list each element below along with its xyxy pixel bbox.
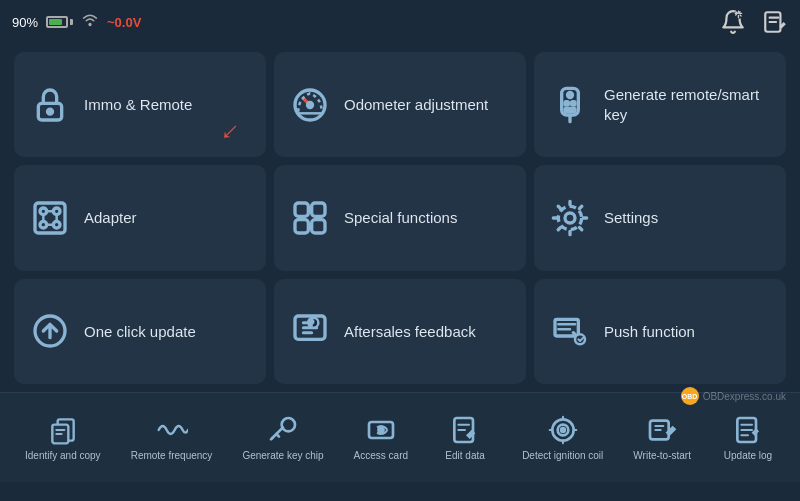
svg-point-21 <box>558 206 581 229</box>
svg-point-36 <box>561 428 565 432</box>
edit-icon <box>762 9 788 35</box>
card-odometer[interactable]: Odometer adjustment <box>274 52 526 157</box>
toolbar-detect-ignition-coil-label: Detect ignition coil <box>522 450 603 462</box>
svg-point-14 <box>40 221 47 228</box>
toolbar-identify-copy[interactable]: Identify and copy <box>17 410 109 466</box>
svg-rect-11 <box>35 203 65 233</box>
status-bar: 90% ~0.0V <box>0 0 800 44</box>
write-key-icon <box>646 414 678 446</box>
toolbar-remote-frequency[interactable]: Remote frequency <box>123 410 221 466</box>
card-aftersales-feedback[interactable]: ? Aftersales feedback <box>274 279 526 384</box>
card-special-functions-label: Special functions <box>344 208 457 228</box>
wifi-icon <box>81 13 99 31</box>
svg-rect-10 <box>565 108 575 111</box>
watermark: OBD OBDexpress.co.uk <box>681 387 786 405</box>
svg-point-7 <box>568 92 573 97</box>
toolbar-edit-data[interactable]: Edit data <box>430 410 500 466</box>
lock-icon <box>30 85 70 125</box>
voltage-display: ~0.0V <box>107 15 141 30</box>
card-push-function[interactable]: Push function <box>534 279 786 384</box>
arrow-indicator: ↑ <box>213 117 246 150</box>
card-aftersales-feedback-label: Aftersales feedback <box>344 322 476 342</box>
toolbar-write-to-start[interactable]: Write-to-start <box>625 410 699 466</box>
svg-point-5 <box>308 102 313 107</box>
toolbar-generate-key-chip-label: Generate key chip <box>242 450 323 462</box>
svg-point-32 <box>378 427 383 432</box>
push-icon <box>550 311 590 351</box>
card-generate-remote-label: Generate remote/smart key <box>604 85 770 124</box>
toolbar-update-log-label: Update log <box>724 450 772 462</box>
toolbar-update-log[interactable]: Update log <box>713 410 783 466</box>
grid4-icon <box>290 198 330 238</box>
battery-percent: 90% <box>12 15 38 30</box>
card-odometer-label: Odometer adjustment <box>344 95 488 115</box>
svg-point-3 <box>48 109 53 114</box>
edit-doc-icon <box>449 414 481 446</box>
wave-icon <box>156 414 188 446</box>
card-adapter[interactable]: Adapter <box>14 165 266 270</box>
obd-logo: OBD <box>681 387 699 405</box>
copy-doc-icon <box>47 414 79 446</box>
toolbar-access-card[interactable]: Access card <box>346 410 416 466</box>
toolbar-access-card-label: Access card <box>354 450 408 462</box>
card-push-function-label: Push function <box>604 322 695 342</box>
card-one-click-update[interactable]: One click update <box>14 279 266 384</box>
svg-rect-19 <box>312 220 325 233</box>
target-coil-icon <box>547 414 579 446</box>
toolbar-generate-key-chip[interactable]: Generate key chip <box>234 410 331 466</box>
svg-point-30 <box>282 418 295 431</box>
card-immo-remote-label: Immo & Remote <box>84 95 192 115</box>
speedometer-icon <box>290 85 330 125</box>
card-immo-remote[interactable]: Immo & Remote ↑ <box>14 52 266 157</box>
svg-rect-8 <box>565 101 568 104</box>
upload-circle-icon <box>30 311 70 351</box>
adapter-icon <box>30 198 70 238</box>
svg-point-15 <box>53 221 60 228</box>
card-one-click-update-label: One click update <box>84 322 196 342</box>
toolbar-detect-ignition-coil[interactable]: Detect ignition coil <box>514 410 611 466</box>
svg-rect-17 <box>312 203 325 216</box>
status-right-icons <box>720 9 788 35</box>
bottom-toolbar: Identify and copy Remote frequency Gener… <box>0 392 800 482</box>
gear-icon <box>550 198 590 238</box>
card-settings-label: Settings <box>604 208 658 228</box>
toolbar-identify-copy-label: Identify and copy <box>25 450 101 462</box>
watermark-text: OBDexpress.co.uk <box>703 391 786 402</box>
svg-point-12 <box>40 208 47 215</box>
toolbar-remote-frequency-label: Remote frequency <box>131 450 213 462</box>
svg-point-13 <box>53 208 60 215</box>
svg-rect-18 <box>295 220 308 233</box>
card-settings[interactable]: Settings <box>534 165 786 270</box>
card-generate-remote[interactable]: Generate remote/smart key <box>534 52 786 157</box>
svg-point-20 <box>565 213 575 223</box>
main-grid: Immo & Remote ↑ Odometer adjustment <box>0 44 800 392</box>
svg-text:?: ? <box>309 318 314 328</box>
svg-rect-9 <box>572 101 575 104</box>
toolbar-write-to-start-label: Write-to-start <box>633 450 691 462</box>
key-chip-icon <box>267 414 299 446</box>
battery-icon <box>46 16 73 28</box>
feedback-icon: ? <box>290 311 330 351</box>
log-doc-icon <box>732 414 764 446</box>
remote-key-icon <box>550 85 590 125</box>
card-special-functions[interactable]: Special functions <box>274 165 526 270</box>
svg-point-27 <box>575 335 585 345</box>
toolbar-edit-data-label: Edit data <box>445 450 484 462</box>
svg-rect-16 <box>295 203 308 216</box>
notification-icon <box>720 9 746 35</box>
card-nfc-icon <box>365 414 397 446</box>
card-adapter-label: Adapter <box>84 208 137 228</box>
